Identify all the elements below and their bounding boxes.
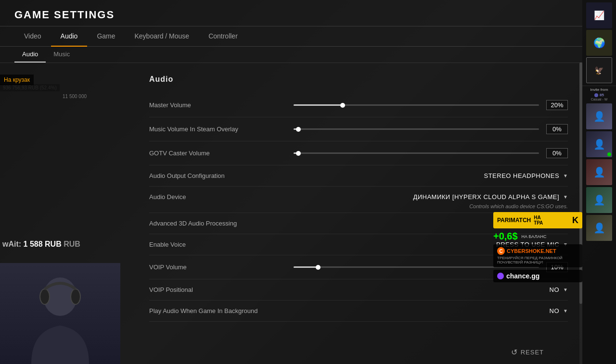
chance-text: chance.gg [506,272,539,280]
label-voip-positional: VOIP Positional [149,286,294,293]
slider-thumb-voip-volume[interactable] [316,265,321,270]
page-title: GAME SETTINGS [14,9,568,21]
parimatch-ad[interactable]: PARIMATCH НА ТРА K [493,212,582,228]
setting-play-audio-bg: Play Audio When Game In Background NO ▼ [149,301,568,322]
cybershoke-icon: C [497,247,505,255]
cybershoke-name: CYBERSHOKE.NET [507,248,556,254]
slider-thumb-master-volume[interactable] [340,103,345,108]
avatar-2-icon: 👤 [593,138,605,150]
balance-sub-text: НА БАЛАНС [522,234,547,239]
cybershoke-ad[interactable]: C CYBERSHOKE.NET ТРЕНИРУЙСЯ ПЕРЕД РАЗМИН… [493,244,582,267]
label-master-volume: Master Volume [149,101,294,109]
control-audio-output: STEREO HEADPHONES ▼ [294,172,568,179]
svg-point-2 [71,289,80,304]
balance-amount: +0,6$ [493,231,518,242]
label-gotv-volume: GOTV Caster Volume [149,150,294,157]
setting-gotv-volume: GOTV Caster Volume 0% [149,141,568,165]
sidebar-avatar-1[interactable]: 👤 [586,103,612,129]
slider-fill-master-volume [294,104,343,106]
sidebar-icon-chart: 📈 [594,10,604,21]
tab-audio[interactable]: Audio [51,26,88,47]
svg-point-1 [40,289,50,304]
parimatch-logo: PARIMATCH [497,217,531,224]
sidebar-avatar-4[interactable]: 👤 [586,187,612,213]
parimatch-text: НА ТРА [534,215,543,226]
slider-track-master-volume[interactable] [294,104,539,106]
cybershoke-sub1: ТРЕНИРУЙСЯ ПЕРЕД РАЗМИНКОЙ [497,256,578,260]
reset-button[interactable]: ↺ RESET [511,348,544,357]
avatar-4-icon: 👤 [593,194,605,206]
ads-panel: PARIMATCH НА ТРА K +0,6$ НА БАЛАНС C CYB… [493,212,582,282]
reset-label: RESET [521,349,544,356]
sidebar-avatar-2[interactable]: 👤 [586,131,612,157]
slider-fill-voip-volume [294,266,318,268]
nav-tabs: Video Audio Game Keyboard / Mouse Contro… [0,26,582,47]
wait-prefix: wAit: [2,240,24,248]
dropdown-value-voip-positional: NO [550,286,560,293]
rub-suffix: RUB [64,240,80,248]
setting-music-volume: Music Volume In Steam Overlay 0% [149,117,568,141]
dropdown-play-audio-bg[interactable]: NO ▼ [550,307,568,314]
trading-label: На крузак [4,76,30,83]
control-voip-positional: NO ▼ [294,286,568,293]
avatar-3-icon: 👤 [593,166,605,178]
audio-device-tooltip: Controls which audio device CS:GO uses. [469,203,568,209]
control-play-audio-bg: NO ▼ [294,307,568,314]
cybershoke-sub2: ПОЧУВСТВУЙ РАЗНИЦУ! [497,260,578,264]
label-music-volume: Music Volume In Steam Overlay [149,126,294,133]
setting-audio-output: Audio Output Configuration STEREO HEADPH… [149,165,568,187]
tab-keyboard-mouse[interactable]: Keyboard / Mouse [125,26,199,47]
parimatch-line2: ТРА [534,220,543,226]
slider-track-gotv-volume[interactable] [294,152,539,154]
sidebar-badge-award[interactable]: 🦅 [586,57,612,83]
label-audio-output: Audio Output Configuration [149,172,294,179]
label-audio-device: Audio Device [149,193,294,201]
cybershoke-header: C CYBERSHOKE.NET [497,247,578,255]
subtab-music[interactable]: Music [46,47,77,63]
chevron-down-icon-device: ▼ [563,194,568,200]
dropdown-voip-positional[interactable]: NO ▼ [550,286,568,293]
setting-voip-positional: VOIP Positional NO ▼ [149,279,568,301]
balance-row: +0,6$ НА БАЛАНС [493,231,582,242]
chevron-down-icon-audio-bg: ▼ [563,308,568,314]
tab-controller[interactable]: Controller [199,26,247,47]
rub-amount: 1 588 RUB [24,240,62,248]
section-title: Audio [149,75,568,84]
sidebar-avatar-3[interactable]: 👤 [586,159,612,185]
control-gotv-volume: 0% [294,148,568,158]
webcam-area [0,263,120,364]
rub-display: wAit: 1 588 RUB RUB [2,240,80,249]
label-play-audio-bg: Play Audio When Game In Background [149,307,294,314]
balance-sub-label: НА БАЛАНС [522,234,547,239]
chevron-down-icon-voip-pos: ▼ [563,287,568,292]
label-enable-voice: Enable Voice [149,241,294,248]
reset-icon: ↺ [511,348,518,357]
title-bar: GAME SETTINGS [0,0,582,26]
avatar-5-icon: 👤 [593,222,605,234]
slider-thumb-gotv-volume[interactable] [296,151,301,156]
label-voip-volume: VOIP Volume [149,264,294,271]
tab-game[interactable]: Game [87,26,125,47]
subtab-audio[interactable]: Audio [14,47,46,63]
control-master-volume: 20% [294,100,568,110]
globe-icon: 🌍 [593,37,605,49]
sidebar-badge-globe[interactable]: 🌍 [586,30,612,56]
chance-ad[interactable]: chance.gg [493,270,582,282]
dropdown-value-audio-output: STEREO HEADPHONES [484,172,560,179]
person-svg [17,268,103,364]
online-indicator-2 [607,152,611,156]
dropdown-value-play-audio-bg: NO [550,307,560,314]
sidebar-badge-top[interactable]: 📈 [586,2,612,28]
invite-text: Invite from [584,88,615,92]
setting-audio-device: Audio Device ДИНАМИКИ [HYPERX CLOUD ALPH… [149,187,568,213]
person-silhouette [0,263,120,364]
tab-video[interactable]: Video [14,26,51,47]
slider-thumb-music-volume[interactable] [296,127,301,132]
chevron-down-icon: ▼ [563,173,568,178]
slider-track-music-volume[interactable] [294,128,539,130]
sidebar-avatar-5[interactable]: 👤 [586,215,612,241]
dropdown-audio-device[interactable]: ДИНАМИКИ [HYPERX CLOUD ALPHA S GAME] ▼ [413,193,568,201]
value-master-volume: 20% [546,100,568,110]
dropdown-value-audio-device: ДИНАМИКИ [HYPERX CLOUD ALPHA S GAME] [413,193,559,201]
dropdown-audio-output[interactable]: STEREO HEADPHONES ▼ [484,172,568,179]
